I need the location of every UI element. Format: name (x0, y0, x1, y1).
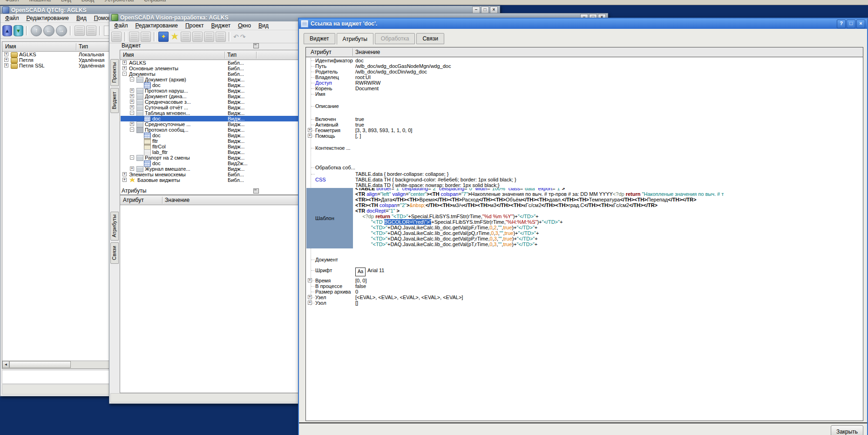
attr-row[interactable]: +Помощь[, ] (306, 133, 863, 139)
menu-item-3[interactable]: Проект (182, 22, 208, 29)
attr-row[interactable]: Документ (306, 257, 863, 262)
close-icon[interactable]: × (490, 7, 498, 13)
menu-item-5[interactable]: Окно (234, 22, 255, 29)
expander-icon[interactable]: + (122, 60, 127, 65)
menu-item-1[interactable]: Файл (5, 0, 19, 4)
widget-del-icon[interactable] (192, 32, 203, 42)
expander-icon[interactable]: + (130, 105, 134, 109)
expander-icon[interactable]: - (130, 77, 134, 81)
scrollbar-track[interactable] (71, 361, 109, 368)
widget-add-icon[interactable] (181, 32, 191, 42)
menu-item-5[interactable]: Устройства (104, 0, 134, 4)
expander-icon[interactable]: + (4, 58, 8, 62)
db-save-icon[interactable] (141, 32, 151, 42)
side-tab-links[interactable]: Связи (110, 242, 119, 264)
nav-forward-icon[interactable]: → (56, 25, 67, 36)
expander-icon[interactable]: + (130, 100, 134, 104)
scroll-left-icon[interactable]: ◄ (2, 361, 9, 368)
attr-row[interactable]: ШрифтAaArial 11 (306, 268, 863, 276)
horizontal-scrollbar[interactable]: ◄ ► (2, 361, 116, 368)
item-add-icon[interactable] (75, 26, 85, 36)
attr-row[interactable]: В процессеfalse (306, 283, 863, 289)
attr-row[interactable]: Шаблон<TABLE border="1" cellpadding="2" … (306, 188, 863, 248)
side-tab-projects[interactable]: Проекты (110, 59, 119, 86)
expander-icon[interactable]: + (308, 128, 312, 132)
tree-row[interactable]: +Петля SSLУдалённая (2, 63, 116, 68)
attr-row[interactable]: Описание (306, 103, 863, 109)
expander-icon[interactable]: + (4, 63, 8, 67)
expander-icon[interactable]: + (308, 301, 312, 305)
attr-row[interactable]: +Узол[] (306, 300, 863, 306)
attr-row[interactable]: Владелецroot:UI (306, 74, 863, 80)
expander-icon[interactable]: + (130, 122, 134, 126)
db-load-icon[interactable] (129, 32, 139, 42)
menu-item-2[interactable]: Машина (29, 0, 51, 4)
expander-icon[interactable]: + (130, 94, 134, 98)
maximize-icon[interactable]: □ (481, 7, 489, 13)
attr-row[interactable]: +Узел[<EVAL>, <EVAL>, <EVAL>, <EVAL>, <E… (306, 294, 863, 300)
item-del-icon[interactable] (86, 26, 96, 36)
attr-row[interactable]: +Время[0, 0] (306, 278, 863, 283)
attr-row[interactable]: КореньDocument (306, 86, 863, 91)
widget-edit-icon[interactable] (216, 32, 226, 42)
menu-item-3[interactable]: Вид (73, 14, 90, 22)
attr-row[interactable]: Включенtrue (306, 116, 863, 122)
template-label-cell[interactable]: Шаблон (306, 188, 353, 248)
attr-row[interactable]: ДоступRWRWRW (306, 80, 863, 86)
expander-icon[interactable]: - (130, 155, 134, 160)
minimize-icon[interactable]: – (472, 7, 480, 13)
expander-icon[interactable]: - (130, 127, 134, 132)
tab-связи[interactable]: Связи (416, 33, 444, 44)
expander-icon[interactable]: - (122, 72, 127, 76)
attr-row[interactable]: Идентификаторdoc (306, 58, 863, 63)
expander-icon[interactable]: + (122, 66, 127, 70)
attr-row[interactable]: Имя (306, 91, 863, 97)
attr-row[interactable]: Размер архива0 (306, 289, 863, 294)
font-button[interactable]: Aa (355, 268, 366, 276)
attr-row[interactable]: CSSTABLE.data { border-collapse: collaps… (306, 171, 863, 188)
tab-атрибуты[interactable]: Атрибуты (337, 33, 373, 45)
menu-item-1[interactable]: Файл (1, 14, 23, 22)
attr-label[interactable]: CSS (315, 177, 326, 182)
dialog-titlebar[interactable]: Ссылка на виджет 'doc'. ? □ × (299, 19, 867, 29)
attributes-table-header[interactable]: Атрибут Значение (306, 47, 863, 57)
close-icon[interactable]: × (856, 20, 865, 28)
template-code-editor[interactable]: <TABLE border="1" cellpadding="2" cellsp… (355, 188, 862, 248)
expander-icon[interactable]: + (130, 167, 134, 171)
maximize-icon[interactable]: □ (847, 20, 855, 28)
expander-icon[interactable]: + (308, 295, 312, 299)
attr-row[interactable]: +Геометрия[3, 3, 893, 593, 1, 1, 0, 0] (306, 127, 863, 133)
scrollbar-thumb[interactable] (9, 361, 71, 368)
nav-up-icon[interactable]: ↑ (31, 25, 42, 36)
attr-row[interactable]: Контекстное ... (306, 145, 863, 151)
db-save-icon[interactable]: ▼ (14, 25, 23, 36)
tree-row[interactable]: +ПетляУдалённая (2, 57, 116, 63)
menu-item-4[interactable]: Ввод (81, 0, 95, 4)
attr-row[interactable]: Путь/wlb_doc/wdg_docGasNodeMgn/wdg_doc (306, 63, 863, 69)
undo-icon[interactable]: ↶ (233, 32, 239, 41)
dock-icon[interactable] (253, 188, 259, 194)
tab-виджет[interactable]: Виджет (304, 33, 335, 44)
project-icon[interactable] (111, 32, 122, 42)
expander-icon[interactable]: + (308, 134, 312, 138)
widget-lib-icon[interactable]: ✦ (158, 32, 169, 42)
side-tab-attributes[interactable]: Атрибуты (110, 212, 119, 241)
menu-item-2[interactable]: Редактирование (132, 22, 182, 29)
menu-item-6[interactable]: Вид (255, 22, 272, 29)
dock-icon[interactable] (253, 43, 259, 48)
side-tab-widget[interactable]: Виджет (110, 88, 119, 113)
tree-row[interactable]: +AGLKSЛокальная (2, 52, 116, 57)
attr-row[interactable]: Активныйtrue (306, 122, 863, 127)
redo-icon[interactable]: ↷ (240, 32, 246, 41)
expander-icon[interactable]: + (308, 278, 312, 282)
expander-icon[interactable]: + (4, 52, 8, 56)
element-lib-icon[interactable] (170, 32, 179, 41)
expander-icon[interactable]: - (130, 111, 134, 115)
expander-icon[interactable]: + (122, 178, 127, 182)
menu-item-4[interactable]: Виджет (207, 22, 234, 29)
menu-item-1[interactable]: Файл (110, 22, 132, 29)
menu-item-3[interactable]: Вид (61, 0, 71, 4)
help-icon[interactable]: ? (837, 20, 846, 28)
expander-icon[interactable]: + (122, 172, 127, 176)
attr-row[interactable]: Обработка соб... (306, 165, 863, 170)
